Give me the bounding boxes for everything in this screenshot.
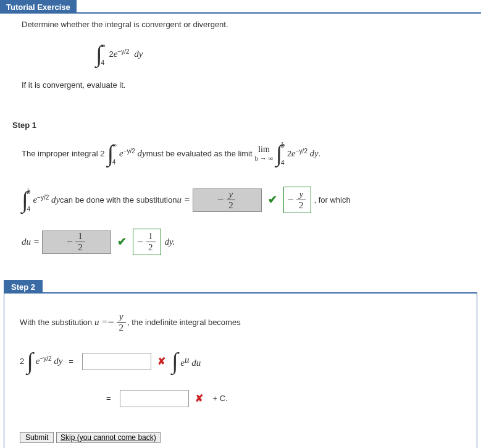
answer-input-u[interactable]: − y 2	[193, 188, 262, 212]
integral-symbol: ∫	[172, 344, 178, 379]
step2-title: Step 2	[4, 280, 43, 294]
step2-eq2: = ✘ + C.	[100, 390, 461, 407]
answer-input-coeff[interactable]	[82, 353, 151, 370]
check-icon: ✔	[268, 192, 277, 208]
tutorial-header: Tutorial Exercise	[0, 0, 481, 14]
cross-icon: ✘	[157, 354, 165, 369]
correct-answer-u: − y 2	[283, 187, 312, 213]
answer-input-du[interactable]: − 1 2	[42, 230, 111, 254]
check-icon: ✔	[117, 234, 127, 250]
step1-line2: ∫ b 4 e−y/2 dy can be done with the subs…	[22, 182, 469, 218]
answer-input-result[interactable]	[120, 390, 189, 407]
cross-icon: ✘	[195, 391, 203, 406]
problem-section: Determine whether the integral is conver…	[0, 14, 481, 102]
step1-line1: The improper integral 2 ∫ ∞ 4 e−y/2 dy m…	[22, 136, 469, 171]
integral-bounds: ∞ 4	[101, 43, 105, 66]
limit: lim b → ∞	[255, 145, 274, 162]
problem-prompt: Determine whether the integral is conver…	[22, 20, 462, 29]
step1-line3: du = − 1 2 ✔ − 1 2 dy.	[22, 229, 469, 255]
problem-instruction: If it is convergent, evaluate it.	[22, 80, 462, 90]
button-row: Submit Skip (you cannot come back)	[20, 432, 461, 443]
step2-line1: With the substitution u = − y 2 , the in…	[20, 312, 461, 332]
header-title: Tutorial Exercise	[0, 0, 77, 14]
skip-button[interactable]: Skip (you cannot come back)	[56, 432, 161, 443]
step2-eq1: 2 ∫ e−y/2 dy = ✘ ∫ eu du	[20, 344, 461, 379]
header-rule	[77, 0, 481, 14]
correct-answer-du: − 1 2	[133, 229, 161, 255]
step2-header: Step 2	[4, 280, 477, 294]
step2-body: With the substitution u = − y 2 , the in…	[4, 294, 477, 448]
problem-integral: ∫ ∞ 4 2e−y/2 dy	[96, 36, 462, 72]
integral-symbol: ∫	[27, 344, 33, 379]
step1-title: Step 1	[12, 120, 469, 130]
submit-button[interactable]: Submit	[20, 432, 54, 443]
